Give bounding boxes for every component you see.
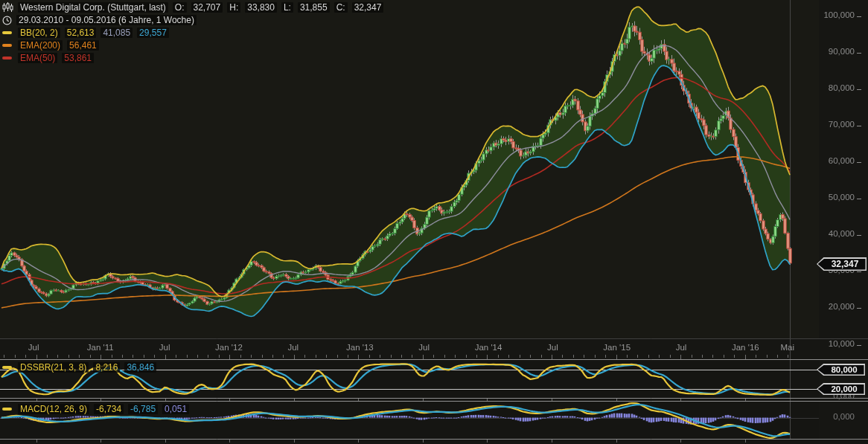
- price-axis-label: 90,000: [817, 47, 855, 56]
- macd-color-chip: [2, 408, 12, 411]
- chart-header: Western Digital Corp. (Stuttgart, last) …: [2, 2, 383, 13]
- price-axis-label: 80,000: [817, 83, 855, 92]
- time-axis-label: Jul: [676, 343, 687, 352]
- dssbr-value2: 36,846: [124, 362, 156, 373]
- legend-ema200[interactable]: EMA(200) 56,461: [2, 40, 99, 51]
- macd-label: MACD(12, 26, 9): [18, 404, 89, 414]
- macd-hist-value: 0,051: [162, 404, 189, 414]
- close-label: C:: [334, 2, 348, 13]
- legend-bb[interactable]: BB(20, 2) 52,613 41,085 29,557: [2, 28, 169, 38]
- price-axis-label: 10,000: [817, 339, 855, 348]
- time-axis-label: Jan '12: [215, 343, 243, 352]
- low-value: 31,855: [298, 2, 330, 13]
- dssbr-lower-level-tag: 20,000: [817, 383, 865, 395]
- dssbr-value1: 8,216: [93, 362, 120, 373]
- open-value: 32,707: [191, 2, 223, 13]
- bb-label: BB(20, 2): [18, 28, 60, 38]
- time-axis-label: Jan '13: [346, 343, 374, 352]
- high-label: H:: [227, 2, 240, 13]
- legend-ema50[interactable]: EMA(50) 53,861: [2, 53, 94, 63]
- bb-upper-value: 52,613: [65, 28, 97, 38]
- last-price-tag: 32,347: [817, 257, 867, 271]
- candlestick-icon: [2, 2, 13, 13]
- time-axis-label: Jan '14: [475, 343, 502, 352]
- date-range: 29.03.2010 - 09.05.2016 (6 Jahre, 1 Woch…: [16, 15, 197, 25]
- time-axis-label: Mai: [780, 343, 794, 352]
- dssbr-color-chip: [2, 366, 12, 369]
- dssbr-label: DSSBR(21, 3, 8): [18, 362, 89, 373]
- bb-lower-value: 29,557: [137, 28, 169, 38]
- time-axis-label: Jan '11: [87, 343, 114, 352]
- time-axis-label: Jul: [287, 343, 299, 352]
- ema50-value: 53,861: [62, 53, 94, 63]
- high-value: 33,830: [245, 2, 277, 13]
- price-axis-label: 70,000: [817, 120, 855, 129]
- chart-canvas[interactable]: [0, 0, 868, 444]
- price-axis-label: 50,000: [817, 193, 855, 202]
- price-axis-label: 40,000: [817, 229, 855, 238]
- price-axis-label: 100,000: [817, 10, 855, 19]
- macd-value: -6,734: [94, 404, 124, 414]
- ema200-color-chip: [2, 44, 12, 47]
- low-label: L:: [281, 2, 293, 13]
- ema200-label: EMA(200): [18, 40, 63, 51]
- price-axis-label: 60,000: [817, 156, 855, 165]
- date-range-row: 29.03.2010 - 09.05.2016 (6 Jahre, 1 Woch…: [2, 15, 197, 25]
- time-axis-label: Jan '15: [603, 343, 631, 352]
- legend-macd[interactable]: MACD(12, 26, 9) -6,734 -6,785 0,051: [2, 404, 189, 414]
- time-axis-label: Jan '16: [732, 343, 759, 352]
- bb-middle-value: 41,085: [100, 28, 133, 38]
- time-axis-label: Jul: [418, 343, 430, 352]
- ema200-value: 56,461: [67, 40, 99, 51]
- clock-icon: [2, 16, 12, 25]
- macd-zero-label: 0,000: [817, 412, 855, 421]
- ema50-color-chip: [2, 57, 12, 59]
- legend-dssbr[interactable]: DSSBR(21, 3, 8) 8,216 36,846: [2, 362, 156, 373]
- close-value: 32,347: [352, 2, 384, 13]
- time-axis-label: Jul: [159, 343, 170, 352]
- bb-color-chip: [2, 31, 12, 34]
- time-axis-label: Jul: [547, 343, 558, 352]
- instrument-title: Western Digital Corp. (Stuttgart, last): [18, 2, 168, 13]
- chart-window: Western Digital Corp. (Stuttgart, last) …: [0, 0, 868, 444]
- ema50-label: EMA(50): [18, 53, 57, 63]
- time-axis-label: Jul: [28, 343, 39, 352]
- price-axis-label: 20,000: [817, 302, 855, 311]
- open-label: O:: [173, 2, 187, 13]
- macd-signal-value: -6,785: [128, 404, 158, 414]
- dssbr-upper-level-tag: 80,000: [817, 364, 865, 376]
